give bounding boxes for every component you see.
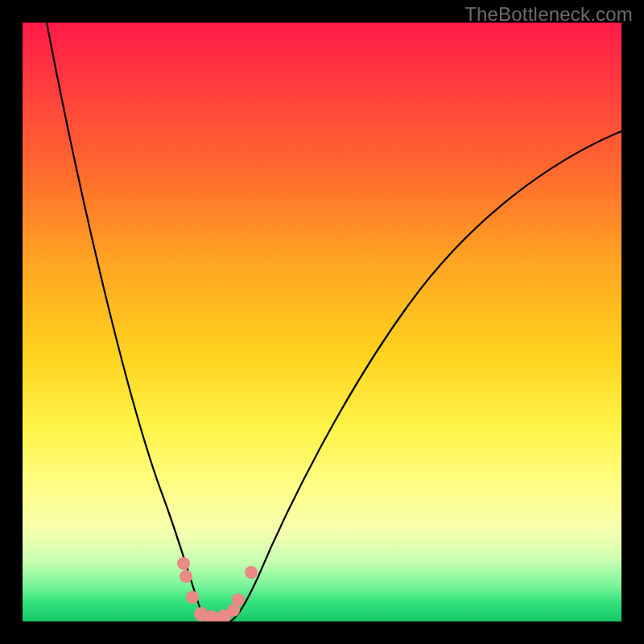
curve-layer	[23, 23, 621, 621]
dot	[177, 557, 190, 570]
plot-area	[23, 23, 621, 621]
watermark-text: TheBottleneck.com	[464, 3, 633, 26]
dot	[186, 591, 199, 604]
chart-frame: TheBottleneck.com	[0, 0, 644, 644]
dot	[232, 593, 245, 606]
dot-cluster	[177, 557, 258, 621]
dot	[180, 570, 192, 583]
dot	[245, 566, 258, 579]
left-curve	[47, 23, 209, 621]
right-curve	[230, 131, 621, 621]
